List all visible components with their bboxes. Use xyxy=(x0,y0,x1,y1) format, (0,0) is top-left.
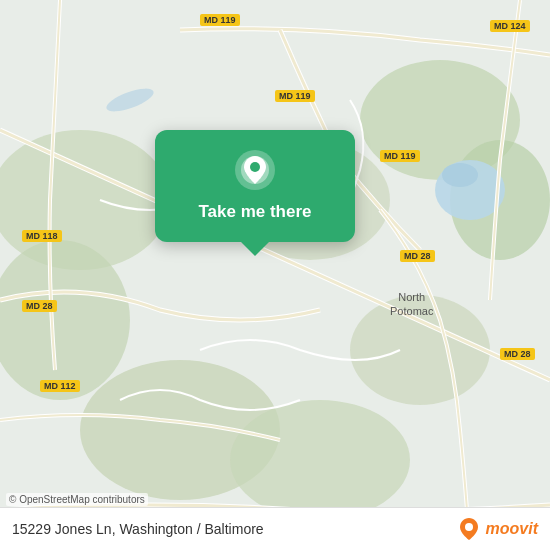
location-pin-icon xyxy=(233,148,277,192)
moovit-pin-icon xyxy=(456,516,482,542)
bottom-bar: 15229 Jones Ln, Washington / Baltimore m… xyxy=(0,507,550,550)
road-label-md28-far: MD 28 xyxy=(500,348,535,360)
popup-card[interactable]: Take me there xyxy=(155,130,355,242)
svg-point-16 xyxy=(250,162,260,172)
moovit-label: moovit xyxy=(486,520,538,538)
road-label-md119-mid: MD 119 xyxy=(275,90,315,102)
road-label-md28-right: MD 28 xyxy=(400,250,435,262)
road-label-md124: MD 124 xyxy=(490,20,530,32)
road-label-md112: MD 112 xyxy=(40,380,80,392)
road-label-md28-left: MD 28 xyxy=(22,300,57,312)
address-label: 15229 Jones Ln, Washington / Baltimore xyxy=(12,521,264,537)
svg-point-10 xyxy=(442,163,478,187)
take-me-there-button[interactable]: Take me there xyxy=(198,202,311,222)
moovit-logo: moovit xyxy=(456,516,538,542)
svg-point-17 xyxy=(465,523,473,531)
map-container: MD 118 MD 28 MD 112 MD 119 MD 119 MD 119… xyxy=(0,0,550,550)
map-attribution: © OpenStreetMap contributors xyxy=(6,493,148,506)
svg-point-4 xyxy=(230,400,410,520)
road-label-md118: MD 118 xyxy=(22,230,62,242)
map-background xyxy=(0,0,550,550)
road-label-md119-top: MD 119 xyxy=(200,14,240,26)
place-label-north-potomac: NorthPotomac xyxy=(390,290,433,319)
road-label-md119-right: MD 119 xyxy=(380,150,420,162)
